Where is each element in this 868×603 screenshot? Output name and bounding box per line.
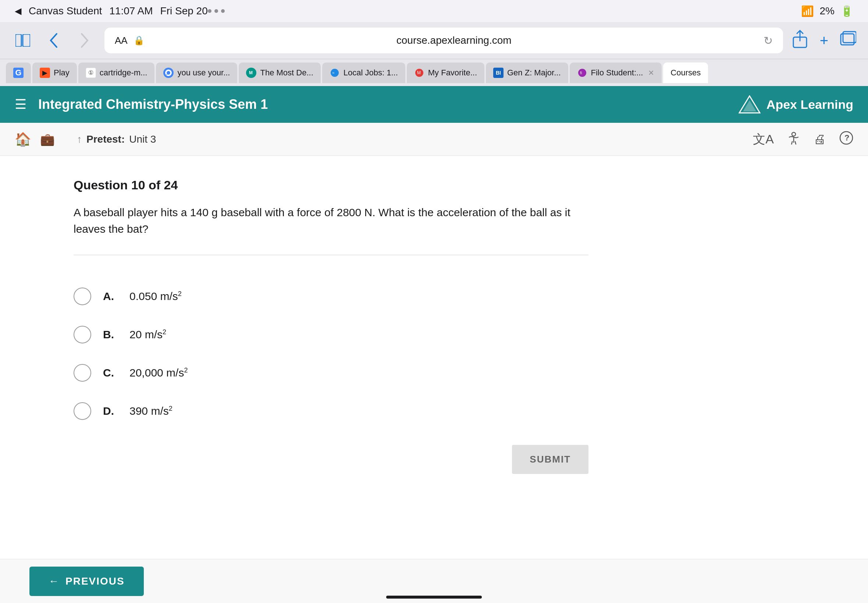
share-button[interactable] <box>792 30 808 51</box>
answer-letter-a: A. <box>103 290 118 303</box>
answer-option-d[interactable]: D. 390 m/s2 <box>74 392 839 430</box>
tab-label-genz: Gen Z: Major... <box>507 68 561 77</box>
browser-actions: + <box>792 30 856 51</box>
svg-text:M: M <box>417 70 421 76</box>
forward-button[interactable] <box>74 29 96 51</box>
accessibility-icon[interactable] <box>787 131 800 147</box>
course-title: Integrated Chemistry-Physics Sem 1 <box>38 97 738 112</box>
print-icon[interactable]: 🖨 <box>814 132 826 146</box>
tab-play[interactable]: ▶ Play <box>32 62 77 83</box>
answer-option-a[interactable]: A. 0.050 m/s2 <box>74 277 839 315</box>
answer-options: A. 0.050 m/s2 B. 20 m/s2 C. 20,000 m/s2 … <box>74 277 839 430</box>
tab-g[interactable]: G <box>6 62 31 83</box>
svg-marker-15 <box>743 100 756 111</box>
answer-letter-c: C. <box>103 366 118 379</box>
tabs-button[interactable] <box>840 31 856 50</box>
answer-option-c[interactable]: C. 20,000 m/s2 <box>74 354 839 392</box>
radio-b[interactable] <box>74 326 91 343</box>
briefcase-button[interactable]: 💼 <box>40 132 55 146</box>
radio-a[interactable] <box>74 288 91 305</box>
tab-favicon-genz: BI <box>493 68 503 78</box>
tab-label-courses: Courses <box>670 68 701 77</box>
home-button[interactable]: 🏠 <box>15 131 31 147</box>
answer-text-d: 390 m/s2 <box>130 405 172 417</box>
content-area: Question 10 of 24 A baseball player hits… <box>0 156 868 603</box>
breadcrumb-value: Unit 3 <box>129 133 156 145</box>
breadcrumb-label: Pretest: <box>87 133 125 145</box>
apex-logo: Apex Learning <box>738 95 853 114</box>
time: 11:07 AM <box>109 5 153 17</box>
svg-rect-1 <box>23 34 30 47</box>
tab-label-filo: Filo Student:... <box>591 68 643 77</box>
status-bar: ◀ Canvas Student 11:07 AM Fri Sep 20 📶 2… <box>0 0 868 22</box>
new-tab-button[interactable]: + <box>820 32 828 49</box>
previous-button[interactable]: ← PREVIOUS <box>29 567 144 596</box>
refresh-button[interactable]: ↻ <box>764 34 773 47</box>
main-content: Question 10 of 24 A baseball player hits… <box>0 156 868 603</box>
tab-favicon-google <box>163 68 173 78</box>
menu-icon[interactable]: ☰ <box>15 97 26 112</box>
date: Fri Sep 20 <box>160 5 208 17</box>
question-text: A baseball player hits a 140 g baseball … <box>74 204 588 237</box>
prev-arrow-icon: ← <box>48 575 60 587</box>
tab-localjobs[interactable]: ≈ Local Jobs: 1... <box>322 62 405 83</box>
toolbar: 🏠 💼 ↑ Pretest: Unit 3 文A 🖨 ? <box>0 123 868 156</box>
back-button[interactable] <box>43 29 65 51</box>
answer-text-b: 20 m/s2 <box>130 328 166 341</box>
translate-icon[interactable]: 文A <box>753 131 774 148</box>
tab-close-filo[interactable]: ✕ <box>648 68 654 77</box>
font-size-control[interactable]: AA <box>115 35 128 46</box>
svg-text:≈: ≈ <box>332 71 334 75</box>
tab-favicon-cartridge: ① <box>86 68 96 78</box>
app-name: Canvas Student <box>29 5 102 17</box>
tab-label-myfavorite: My Favorite... <box>428 68 477 77</box>
battery-percent: 2% <box>820 5 834 17</box>
home-indicator <box>386 596 482 598</box>
back-arrow-status: ◀ <box>15 6 21 16</box>
submit-button[interactable]: SUBMIT <box>512 445 588 474</box>
answer-text-a: 0.050 m/s2 <box>130 290 182 303</box>
svg-rect-0 <box>15 34 21 47</box>
svg-text:fi: fi <box>580 71 582 75</box>
apex-logo-text: Apex Learning <box>766 97 853 112</box>
help-icon[interactable]: ? <box>839 131 853 148</box>
url-display[interactable]: course.apexlearning.com <box>150 34 758 46</box>
answer-letter-b: B. <box>103 328 118 341</box>
tab-genz[interactable]: BI Gen Z: Major... <box>486 62 568 83</box>
sidebar-toggle-button[interactable] <box>12 29 34 51</box>
tab-favicon-localjobs: ≈ <box>330 68 340 78</box>
submit-area: SUBMIT <box>74 430 618 489</box>
svg-point-16 <box>792 132 795 136</box>
tabs-bar: G ▶ Play ① cartridge-m... you use your..… <box>0 59 868 86</box>
tab-myfavorite[interactable]: M My Favorite... <box>407 62 484 83</box>
tab-courses[interactable]: Courses <box>663 62 708 83</box>
radio-c[interactable] <box>74 364 91 382</box>
tab-google[interactable]: you use your... <box>156 62 237 83</box>
tab-favicon-filo: fi <box>577 68 587 78</box>
battery-icon: 🔋 <box>840 5 853 17</box>
wifi-icon: 📶 <box>801 5 814 17</box>
answer-letter-d: D. <box>103 405 118 417</box>
tab-favicon-mostde: M <box>246 68 256 78</box>
question-number: Question 10 of 24 <box>74 178 839 192</box>
tab-favicon-myfavorite: M <box>414 68 424 78</box>
status-dots <box>208 9 801 13</box>
tab-label-mostde: The Most De... <box>260 68 313 77</box>
app-header: ☰ Integrated Chemistry-Physics Sem 1 Ape… <box>0 86 868 123</box>
tab-label-cartridge: cartridge-m... <box>100 68 147 77</box>
lock-icon: 🔒 <box>133 35 145 46</box>
breadcrumb: ↑ Pretest: Unit 3 <box>77 133 156 145</box>
tab-label-google: you use your... <box>177 68 230 77</box>
address-bar[interactable]: AA 🔒 course.apexlearning.com ↻ <box>104 28 783 53</box>
radio-d[interactable] <box>74 402 91 420</box>
breadcrumb-up-arrow: ↑ <box>77 133 82 145</box>
answer-text-c: 20,000 m/s2 <box>130 366 187 379</box>
tab-mostde[interactable]: M The Most De... <box>239 62 320 83</box>
browser-chrome: AA 🔒 course.apexlearning.com ↻ + <box>0 22 868 59</box>
tab-cartridge[interactable]: ① cartridge-m... <box>78 62 155 83</box>
tab-favicon-play: ▶ <box>40 68 50 78</box>
divider <box>74 255 588 255</box>
tab-filo[interactable]: fi Filo Student:... ✕ <box>570 62 662 83</box>
tab-label-localjobs: Local Jobs: 1... <box>343 68 398 77</box>
answer-option-b[interactable]: B. 20 m/s2 <box>74 315 839 354</box>
